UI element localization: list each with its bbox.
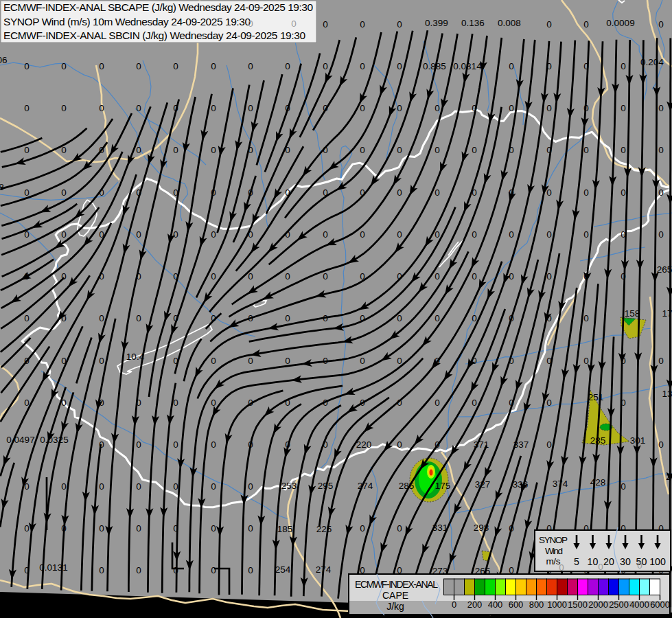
svg-text:0: 0 xyxy=(61,61,67,71)
svg-text:0: 0 xyxy=(173,229,178,240)
svg-text:0: 0 xyxy=(559,562,564,573)
svg-text:0: 0 xyxy=(99,398,104,408)
svg-text:0: 0 xyxy=(509,313,514,323)
svg-text:0: 0 xyxy=(248,356,253,366)
svg-text:20: 20 xyxy=(603,556,614,567)
svg-text:0: 0 xyxy=(323,313,328,323)
svg-text:6000: 6000 xyxy=(650,599,670,610)
svg-text:0: 0 xyxy=(323,271,328,282)
svg-text:0: 0 xyxy=(173,565,178,575)
svg-text:0: 0 xyxy=(472,356,477,366)
svg-text:374: 374 xyxy=(553,479,568,489)
svg-text:0: 0 xyxy=(211,481,216,492)
svg-text:0: 0 xyxy=(472,313,477,323)
svg-text:0: 0 xyxy=(99,187,104,198)
svg-text:0: 0 xyxy=(509,145,514,155)
svg-text:0: 0 xyxy=(546,398,552,408)
svg-text:0: 0 xyxy=(285,103,290,113)
svg-text:0: 0 xyxy=(435,313,440,323)
svg-text:0: 0 xyxy=(24,398,30,408)
svg-text:0: 0 xyxy=(546,356,552,366)
svg-text:0: 0 xyxy=(435,356,440,366)
svg-text:285: 285 xyxy=(399,481,415,491)
svg-text:10: 10 xyxy=(588,556,599,567)
svg-text:4000: 4000 xyxy=(629,599,649,610)
svg-text:0: 0 xyxy=(285,271,290,282)
svg-text:0: 0 xyxy=(397,103,402,113)
svg-text:0: 0 xyxy=(136,187,141,198)
svg-text:1500: 1500 xyxy=(568,599,588,610)
svg-text:0: 0 xyxy=(509,523,514,534)
svg-text:0: 0 xyxy=(248,481,253,492)
svg-text:0: 0 xyxy=(24,145,30,155)
svg-text:0: 0 xyxy=(136,398,141,408)
svg-text:0: 0 xyxy=(658,187,664,198)
svg-text:0: 0 xyxy=(452,599,456,610)
svg-text:0: 0 xyxy=(173,313,178,323)
svg-text:0: 0 xyxy=(24,523,30,534)
svg-text:337: 337 xyxy=(513,439,529,450)
svg-text:0: 0 xyxy=(621,61,626,71)
svg-text:0: 0 xyxy=(24,229,30,240)
svg-text:0: 0 xyxy=(136,313,141,323)
svg-text:0: 0 xyxy=(546,439,552,450)
svg-text:0: 0 xyxy=(509,229,514,240)
svg-text:0: 0 xyxy=(99,145,104,155)
svg-text:0: 0 xyxy=(24,565,30,575)
svg-text:185: 185 xyxy=(277,524,293,534)
svg-text:0: 0 xyxy=(173,439,178,450)
svg-text:0: 0 xyxy=(583,313,589,323)
svg-text:0: 0 xyxy=(546,271,552,282)
svg-text:0.136: 0.136 xyxy=(461,18,485,28)
svg-text:0.008: 0.008 xyxy=(498,18,521,28)
svg-text:0: 0 xyxy=(658,19,664,30)
svg-text:0: 0 xyxy=(323,398,328,408)
svg-text:J/kg: J/kg xyxy=(386,601,404,612)
svg-text:220: 220 xyxy=(356,439,372,450)
svg-text:0: 0 xyxy=(583,229,589,240)
svg-text:251: 251 xyxy=(588,392,604,402)
svg-text:175: 175 xyxy=(435,481,451,491)
svg-text:0: 0 xyxy=(472,145,477,155)
svg-text:800: 800 xyxy=(529,599,544,610)
svg-text:0: 0 xyxy=(248,439,253,450)
svg-text:0: 0 xyxy=(285,398,290,408)
svg-text:0: 0 xyxy=(248,313,253,323)
svg-text:0: 0 xyxy=(435,398,440,408)
svg-text:0: 0 xyxy=(509,271,514,282)
svg-text:0: 0 xyxy=(173,61,178,71)
svg-text:0: 0 xyxy=(99,229,104,240)
svg-text:0: 0 xyxy=(323,187,328,198)
svg-text:0: 0 xyxy=(397,187,402,198)
svg-text:285: 285 xyxy=(590,435,606,446)
svg-text:2: 2 xyxy=(666,472,671,482)
svg-text:0: 0 xyxy=(211,271,216,282)
svg-text:13: 13 xyxy=(662,389,672,399)
svg-text:274: 274 xyxy=(358,481,373,491)
svg-text:327: 327 xyxy=(475,479,491,490)
svg-text:0: 0 xyxy=(621,271,626,282)
svg-text:0: 0 xyxy=(61,398,67,408)
svg-text:0: 0 xyxy=(323,356,328,366)
svg-text:0: 0 xyxy=(173,103,178,113)
svg-text:ECMWF-INDEX-ANAL SBCAPE (J/kg): ECMWF-INDEX-ANAL SBCAPE (J/kg) Wednesday… xyxy=(3,1,313,13)
svg-text:06: 06 xyxy=(0,55,8,65)
svg-text:0: 0 xyxy=(136,439,141,450)
svg-text:CAPE: CAPE xyxy=(382,590,408,601)
svg-text:0: 0 xyxy=(61,271,67,282)
svg-text:0: 0 xyxy=(323,103,328,113)
svg-text:0: 0 xyxy=(323,145,328,155)
svg-text:0: 0 xyxy=(658,103,664,113)
svg-text:0: 0 xyxy=(397,229,402,240)
svg-text:0.399: 0.399 xyxy=(425,18,448,28)
svg-text:0.204: 0.204 xyxy=(640,57,664,67)
svg-text:0: 0 xyxy=(99,271,104,282)
svg-text:0: 0 xyxy=(472,229,477,240)
svg-text:0: 0 xyxy=(61,523,67,534)
svg-text:0: 0 xyxy=(472,187,477,198)
svg-text:0: 0 xyxy=(99,481,104,492)
svg-text:0: 0 xyxy=(435,229,440,240)
svg-text:0: 0 xyxy=(360,187,365,198)
svg-text:0: 0 xyxy=(360,61,365,71)
svg-text:0: 0 xyxy=(360,271,365,282)
